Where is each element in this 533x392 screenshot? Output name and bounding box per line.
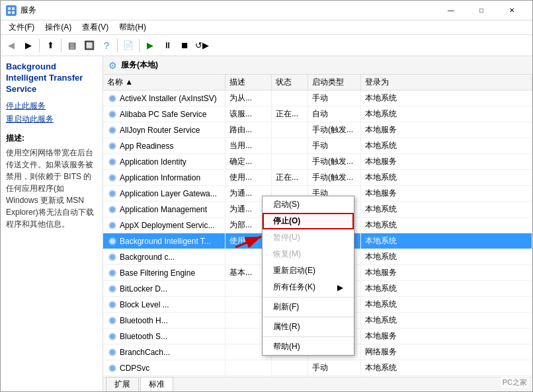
cell-name: BitLocker D... — [103, 281, 226, 296]
restart-service-button[interactable]: ↺▶ — [194, 38, 210, 54]
cell-desc — [226, 360, 272, 375]
cell-desc: 为从... — [226, 91, 272, 106]
table-row[interactable]: Application Identity 确定... 手动(触发... 本地服务 — [103, 154, 532, 170]
ctx-separator — [263, 317, 354, 317]
table-row[interactable]: ActiveX Installer (AxInstSV) 为从... 手动 本地… — [103, 91, 532, 106]
cell-login: 网络服务 — [361, 344, 532, 360]
header-desc[interactable]: 描述 — [226, 75, 272, 90]
cell-desc: 使用... — [226, 170, 272, 185]
table-header: 名称 ▲ 描述 状态 启动类型 登录为 — [103, 75, 532, 91]
cell-desc: 路由... — [226, 122, 272, 137]
cell-name: BranchCach... — [103, 344, 226, 360]
minimize-button[interactable]: — — [436, 1, 466, 20]
header-status[interactable]: 状态 — [272, 75, 308, 90]
cell-name: Block Level ... — [103, 297, 226, 312]
restart-service-link[interactable]: 重启动此服务 — [6, 114, 97, 125]
tab-standard[interactable]: 标准 — [140, 377, 173, 391]
ctx-all-tasks[interactable]: 所有任务(K)▶ — [263, 279, 354, 295]
table-row[interactable]: App Readiness 当用... 手动 本地系统 — [103, 138, 532, 154]
cell-name: Bluetooth S... — [103, 329, 226, 344]
cell-startup: 自动 — [308, 106, 361, 122]
ctx-stop[interactable]: 停止(O) — [263, 213, 354, 229]
cell-login: 本地系统 — [361, 360, 532, 375]
table-row[interactable]: Application Information 使用... 正在... 手动(触… — [103, 170, 532, 186]
cell-login: 本地系统 — [361, 217, 532, 233]
cell-login: 本地服务 — [361, 329, 532, 344]
cell-login: 本地服务 — [361, 186, 532, 201]
cell-name: Bluetooth H... — [103, 313, 226, 328]
bottom-tabs: 扩展 标准 — [103, 377, 532, 391]
menu-view[interactable]: 查看(V) — [77, 20, 114, 34]
ctx-help[interactable]: 帮助(H) — [263, 338, 354, 355]
toolbar-separator-1 — [39, 39, 40, 52]
menu-file[interactable]: 文件(F) — [3, 20, 40, 34]
service-name: Background Intelligent Transfer Service — [6, 61, 97, 95]
ctx-restart[interactable]: 重新启动(E) — [263, 262, 354, 279]
cell-login: 本地系统 — [361, 297, 532, 312]
menu-bar: 文件(F) 操作(A) 查看(V) 帮助(H) — [1, 20, 532, 35]
cell-login: 本地服务 — [361, 154, 532, 169]
svg-point-21 — [110, 223, 115, 228]
menu-action[interactable]: 操作(A) — [40, 20, 77, 34]
svg-point-33 — [110, 318, 115, 323]
show-hide-button[interactable]: ▤ — [64, 38, 80, 54]
svg-point-39 — [110, 366, 115, 371]
cell-name: Application Identity — [103, 154, 226, 169]
pause-service-button[interactable]: ⏸ — [159, 38, 175, 54]
svg-point-29 — [110, 286, 115, 292]
ctx-properties[interactable]: 属性(R) — [263, 319, 354, 335]
cell-desc: 该服... — [226, 106, 272, 122]
menu-help[interactable]: 帮助(H) — [114, 20, 151, 34]
ctx-start[interactable]: 启动(S) — [263, 196, 354, 213]
stop-service-link[interactable]: 停止此服务 — [6, 100, 97, 112]
window-title: 服务 — [20, 5, 36, 16]
service-links: 停止此服务 重启动此服务 — [6, 100, 97, 125]
tab-expand[interactable]: 扩展 — [106, 377, 139, 391]
stop-service-button[interactable]: ⏹ — [177, 38, 192, 54]
toolbar: ◀ ▶ ⬆ ▤ 🔲 ? 📄 ▶ ⏸ ⏹ ↺▶ — [1, 35, 532, 56]
svg-point-25 — [110, 255, 115, 260]
ctx-separator — [263, 336, 354, 337]
table-row[interactable]: AllJoyn Router Service 路由... 手动(触发... 本地… — [103, 122, 532, 138]
cell-name: CDPSvc — [103, 360, 226, 375]
header-login[interactable]: 登录为 — [361, 75, 532, 90]
ctx-refresh[interactable]: 刷新(F) — [263, 299, 354, 315]
forward-button[interactable]: ▶ — [20, 38, 36, 54]
table-row[interactable]: CDPSvc 手动 本地系统 — [103, 360, 532, 376]
ctx-pause[interactable]: 暂停(U) — [263, 229, 354, 246]
ctx-resume[interactable]: 恢复(M) — [263, 246, 354, 262]
header-name[interactable]: 名称 ▲ — [103, 75, 226, 90]
help-button-toolbar[interactable]: ? — [99, 38, 114, 54]
back-button[interactable]: ◀ — [3, 38, 19, 54]
start-service-button[interactable]: ▶ — [142, 38, 158, 54]
svg-point-9 — [110, 128, 115, 133]
watermark: PC之家 — [501, 377, 529, 388]
left-panel: Background Intelligent Transfer Service … — [1, 56, 103, 391]
svg-rect-1 — [12, 7, 15, 10]
svg-point-11 — [110, 143, 115, 149]
properties-button[interactable]: 🔲 — [81, 38, 97, 54]
window-controls: — □ ✕ — [436, 1, 527, 20]
up-button[interactable]: ⬆ — [42, 38, 58, 54]
cell-login: 本地系统 — [361, 313, 532, 328]
export-button[interactable]: 📄 — [120, 38, 136, 54]
cell-status — [272, 138, 308, 153]
cell-name: Application Management — [103, 202, 226, 217]
maximize-button[interactable]: □ — [466, 1, 497, 20]
cell-login: 本地系统 — [361, 249, 532, 264]
desc-label: 描述: — [6, 133, 97, 144]
title-bar: 服务 — □ ✕ — [1, 1, 532, 20]
cell-startup: 手动 — [308, 138, 361, 153]
cell-login: 本地系统 — [361, 233, 532, 249]
cell-name: Application Information — [103, 170, 226, 185]
cell-desc: 当用... — [226, 138, 272, 153]
cell-status: 正在... — [272, 106, 308, 122]
ctx-separator — [263, 297, 354, 297]
svg-rect-3 — [12, 11, 15, 14]
toolbar-separator-2 — [61, 39, 62, 52]
close-button[interactable]: ✕ — [497, 1, 527, 20]
table-row[interactable]: Alibaba PC Safe Service 该服... 正在... 自动 本… — [103, 106, 532, 122]
header-startup[interactable]: 启动类型 — [308, 75, 361, 90]
cell-name: Base Filtering Engine — [103, 265, 226, 280]
svg-point-15 — [110, 175, 115, 180]
